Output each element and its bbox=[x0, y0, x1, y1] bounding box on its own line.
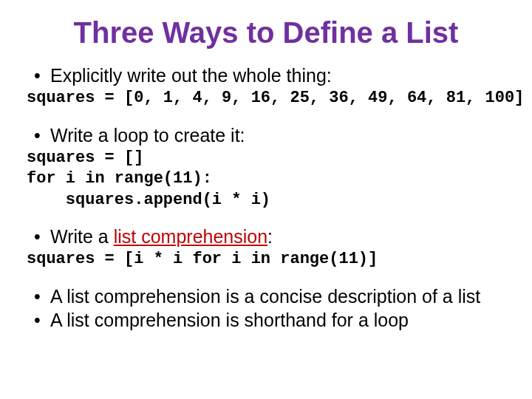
bullet-concise: •A list comprehension is a concise descr… bbox=[34, 285, 505, 307]
bullet-text: Write a loop to create it: bbox=[50, 125, 245, 146]
bullet-dot-icon: • bbox=[34, 225, 50, 248]
bullet-text: A list comprehension is a concise descri… bbox=[50, 286, 480, 307]
bullet-dot-icon: • bbox=[34, 309, 50, 331]
code-comprehension: squares = [i * i for i in range(11)] bbox=[27, 249, 505, 270]
code-explicit: squares = [0, 1, 4, 9, 16, 25, 36, 49, 6… bbox=[27, 88, 505, 109]
bullet-text-a: Write a bbox=[50, 226, 114, 247]
code-loop: squares = [] for i in range(11): squares… bbox=[27, 148, 505, 211]
bullet-comprehension: •Write a list comprehension: bbox=[34, 225, 505, 248]
bullet-dot-icon: • bbox=[34, 64, 50, 86]
bullet-text-b: : bbox=[267, 226, 273, 247]
bullet-dot-icon: • bbox=[34, 124, 50, 146]
slide: Three Ways to Define a List •Explicitly … bbox=[0, 0, 532, 399]
bullet-text: Explicitly write out the whole thing: bbox=[50, 65, 332, 86]
bullet-explicit: •Explicitly write out the whole thing: bbox=[34, 64, 505, 86]
keyword-list-comprehension: list comprehension bbox=[114, 226, 267, 247]
slide-title: Three Ways to Define a List bbox=[27, 16, 505, 50]
bullet-text: A list comprehension is shorthand for a … bbox=[50, 310, 409, 330]
bullet-shorthand: •A list comprehension is shorthand for a… bbox=[34, 309, 505, 331]
bullet-dot-icon: • bbox=[34, 285, 50, 307]
bullet-loop: •Write a loop to create it: bbox=[34, 124, 505, 146]
